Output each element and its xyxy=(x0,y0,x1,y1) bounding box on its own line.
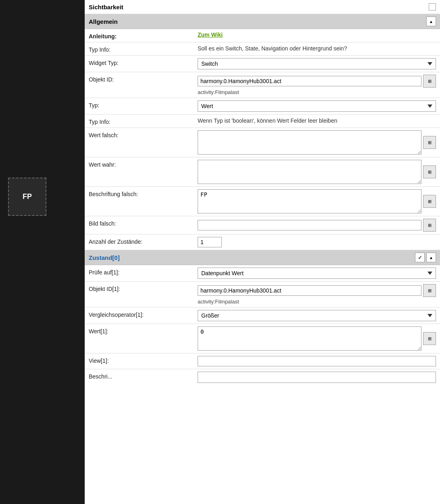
zustand-collapse-btn[interactable]: ▲ xyxy=(426,253,436,262)
view1-content xyxy=(198,356,436,366)
typ-info-text: Soll es ein Switch, State, Navigation od… xyxy=(198,45,436,53)
typ-info-row: Typ Info: Soll es ein Switch, State, Nav… xyxy=(85,42,440,56)
wert-wahr-content: ⊞ xyxy=(198,160,436,184)
vergleich-row: Vergleichsoperator[1]: Größer Kleiner Gl… xyxy=(85,307,440,324)
check-icon: ✓ xyxy=(418,255,422,261)
objekt-id-content: ⊞ activity:Filmpalast xyxy=(198,75,436,95)
anzahl-label: Anzahl der Zustände: xyxy=(89,237,198,245)
allgemein-header: Allgemein ▲ xyxy=(85,14,440,29)
typ-select[interactable]: Wert Boolean xyxy=(198,100,436,112)
allgemein-controls: ▲ xyxy=(426,17,436,26)
objekt-id2-label: Objekt ID[1]: xyxy=(89,284,198,292)
widget-typ-select[interactable]: Switch State Navigation Hintergrund xyxy=(198,58,436,69)
typ-info2-row: Typ Info: Wenn Typ ist 'boolean', können… xyxy=(85,115,440,128)
wert-wahr-row: Wert wahr: ⊞ xyxy=(85,157,440,187)
sichtbarkeit-row: Sichtbarkeit xyxy=(85,0,440,14)
anzahl-content xyxy=(198,237,436,247)
objekt-id2-icon-btn[interactable]: ⊞ xyxy=(423,284,436,297)
typ-info2-content: Wenn Typ ist 'boolean', können Wert Feld… xyxy=(198,117,436,125)
bild-falsch-label: Bild falsch: xyxy=(89,219,198,227)
pruefe-content: Datenpunkt Wert Wert Boolean xyxy=(198,268,436,279)
wert1-row: Wert[1]: 0 ⊞ xyxy=(85,324,440,353)
anleitung-content: Zum Wiki xyxy=(198,31,436,38)
wert-wahr-label: Wert wahr: xyxy=(89,160,198,168)
zustand-title: Zustand[0] xyxy=(89,254,120,261)
pruefe-label: Prüfe auf[1]: xyxy=(89,268,198,276)
wert-falsch-icon-btn[interactable]: ⊞ xyxy=(423,136,436,149)
view1-input[interactable] xyxy=(198,356,436,366)
objekt-id2-inline: ⊞ xyxy=(198,284,436,297)
pruefe-row: Prüfe auf[1]: Datenpunkt Wert Wert Boole… xyxy=(85,265,440,282)
vergleich-label: Vergleichsoperator[1]: xyxy=(89,310,198,318)
bild-falsch-input[interactable] xyxy=(198,220,421,230)
widget-typ-row: Widget Typ: Switch State Navigation Hint… xyxy=(85,56,440,72)
wert1-icon-btn[interactable]: ⊞ xyxy=(423,332,436,345)
wiki-link[interactable]: Zum Wiki xyxy=(198,31,436,38)
objekt-id-input[interactable] xyxy=(198,76,421,86)
fp-label: FP xyxy=(23,192,32,201)
beschriftung-falsch-row: Beschriftung falsch: FP ⊞ xyxy=(85,187,440,216)
zustand-check-btn[interactable]: ✓ xyxy=(415,253,425,262)
sichtbarkeit-label: Sichtbarkeit xyxy=(89,4,429,10)
typ-info2-text: Wenn Typ ist 'boolean', können Wert Feld… xyxy=(198,117,436,125)
typ-info2-label: Typ Info: xyxy=(89,117,198,125)
beschri-label: Beschri... xyxy=(89,372,198,380)
fp-widget: FP xyxy=(8,178,46,216)
view1-row: View[1]: xyxy=(85,353,440,369)
anleitung-row: Anleitung: Zum Wiki xyxy=(85,29,440,42)
wert1-content: 0 ⊞ xyxy=(198,326,436,351)
objekt-id2-row: Objekt ID[1]: ⊞ activity:Filmpalast xyxy=(85,282,440,307)
beschri-input[interactable] xyxy=(198,372,436,383)
wert1-textarea[interactable]: 0 xyxy=(198,326,421,351)
collapse-icon: ▲ xyxy=(429,19,433,24)
wert-falsch-content: ⊞ xyxy=(198,130,436,155)
grid-icon6: ⊞ xyxy=(428,288,432,293)
left-panel: FP xyxy=(0,0,85,504)
view1-label: View[1]: xyxy=(89,356,198,364)
beschriftung-falsch-icon-btn[interactable]: ⊞ xyxy=(423,195,436,208)
allgemein-collapse-btn[interactable]: ▲ xyxy=(426,17,436,26)
sichtbarkeit-checkbox[interactable] xyxy=(429,3,436,10)
right-panel: Sichtbarkeit Allgemein ▲ Anleitung: Zum … xyxy=(85,0,440,504)
typ-content: Wert Boolean xyxy=(198,100,436,112)
allgemein-title: Allgemein xyxy=(89,18,118,25)
vergleich-select[interactable]: Größer Kleiner Gleich Ungleich xyxy=(198,310,436,321)
objekt-id-icon-btn[interactable]: ⊞ xyxy=(423,75,436,88)
bild-falsch-content: ⊞ xyxy=(198,219,436,232)
typ-label: Typ: xyxy=(89,100,198,109)
beschriftung-falsch-label: Beschriftung falsch: xyxy=(89,189,198,197)
pruefe-select[interactable]: Datenpunkt Wert Wert Boolean xyxy=(198,268,436,279)
wert1-label: Wert[1]: xyxy=(89,326,198,335)
wert-falsch-textarea[interactable] xyxy=(198,130,421,155)
objekt-id2-content: ⊞ activity:Filmpalast xyxy=(198,284,436,305)
objekt-id-row: Objekt ID: ⊞ activity:Filmpalast xyxy=(85,72,440,98)
bild-falsch-row: Bild falsch: ⊞ xyxy=(85,216,440,234)
beschriftung-falsch-textarea[interactable]: FP xyxy=(198,189,421,213)
typ-info-label: Typ Info: xyxy=(89,45,198,53)
wert-wahr-textarea[interactable] xyxy=(198,160,421,184)
wert-wahr-icon-btn[interactable]: ⊞ xyxy=(423,165,436,178)
widget-typ-label: Widget Typ: xyxy=(89,58,198,66)
objekt-id2-subtext: activity:Filmpalast xyxy=(198,299,436,305)
zustand-header: Zustand[0] ✓ ▲ xyxy=(85,250,440,265)
objekt-id-label: Objekt ID: xyxy=(89,75,198,83)
grid-icon: ⊞ xyxy=(428,79,432,84)
vergleich-content: Größer Kleiner Gleich Ungleich xyxy=(198,310,436,321)
beschriftung-falsch-content: FP ⊞ xyxy=(198,189,436,213)
typ-row: Typ: Wert Boolean xyxy=(85,98,440,115)
zustand-collapse-icon: ▲ xyxy=(429,255,433,260)
zustand-controls: ✓ ▲ xyxy=(415,253,436,262)
grid-icon4: ⊞ xyxy=(428,199,432,204)
grid-icon7: ⊞ xyxy=(428,336,432,341)
wert-falsch-label: Wert falsch: xyxy=(89,130,198,138)
wert-falsch-row: Wert falsch: ⊞ xyxy=(85,128,440,157)
grid-icon5: ⊞ xyxy=(428,223,432,228)
anleitung-label: Anleitung: xyxy=(89,31,198,40)
beschri-content xyxy=(198,372,436,383)
typ-info-content: Soll es ein Switch, State, Navigation od… xyxy=(198,45,436,53)
anzahl-input[interactable] xyxy=(198,237,222,247)
objekt-id2-input[interactable] xyxy=(198,285,421,296)
objekt-id-inline: ⊞ xyxy=(198,75,436,88)
objekt-id-subtext: activity:Filmpalast xyxy=(198,89,436,95)
bild-falsch-icon-btn[interactable]: ⊞ xyxy=(423,219,436,232)
